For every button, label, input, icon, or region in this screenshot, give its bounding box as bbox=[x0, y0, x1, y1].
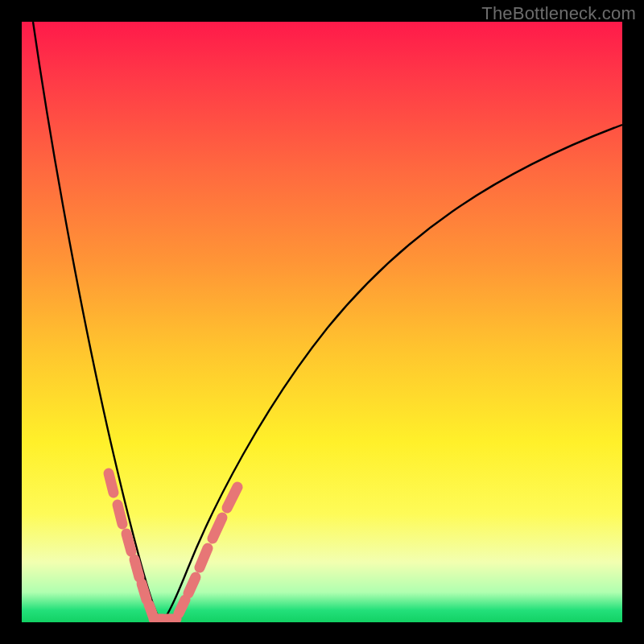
chart-plot-area bbox=[22, 22, 622, 622]
curve-right-branch bbox=[162, 125, 622, 621]
chart-svg bbox=[22, 22, 622, 622]
dash-markers-left bbox=[109, 473, 153, 616]
watermark-text: TheBottleneck.com bbox=[481, 3, 636, 24]
curve-left-branch bbox=[33, 22, 162, 621]
dash-markers-right bbox=[179, 487, 237, 613]
